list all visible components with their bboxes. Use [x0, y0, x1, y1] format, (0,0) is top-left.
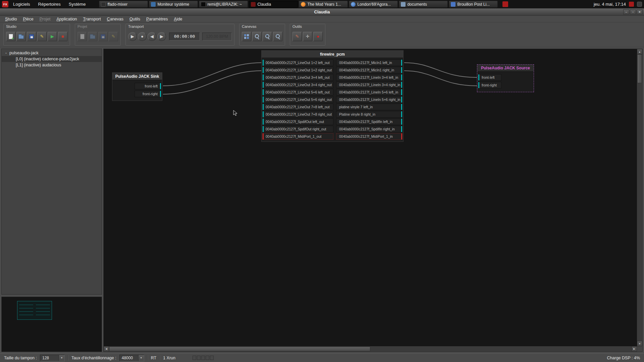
port-audio-in[interactable]: 0040ab0000c2127f_LineIn 5+6 left_in — [336, 89, 402, 96]
port-audio-out[interactable]: 0040ab0000c2127f_LineOut 7+8 right_out — [262, 111, 333, 118]
port-audio-in[interactable]: platine vinyle 7 left_in — [336, 104, 402, 110]
minimize-button[interactable]: – — [623, 9, 629, 14]
menu-repertoires[interactable]: Répertoires — [35, 0, 64, 8]
transport-backwards-button[interactable]: ◀ — [148, 32, 156, 41]
task-ffado-mixer[interactable]: ffado-mixer — [99, 1, 148, 8]
edit-project-icon: ✎ — [112, 34, 115, 39]
port-audio-in[interactable]: 0040ab0000c2127f_SpdifIn left_in — [336, 118, 402, 125]
canvas-zoom-fit-button[interactable] — [252, 32, 262, 41]
menu-application[interactable]: Application — [53, 16, 80, 22]
patchbay-canvas[interactable]: PulseAudio JACK Sink front-left front-ri… — [104, 49, 637, 346]
sample-rate-combo[interactable]: 48000 ▼ — [119, 355, 144, 361]
tools-configure-button[interactable]: ✎ — [292, 32, 302, 41]
distro-menu-icon[interactable]: FX — [2, 1, 8, 7]
task-brouillon[interactable]: Brouillon Post Li... — [449, 1, 498, 8]
stop-studio-icon: ■ — [61, 34, 64, 39]
tray-app-icon[interactable] — [502, 1, 508, 7]
port-source-front-right[interactable]: front-right — [478, 82, 501, 88]
menu-studio[interactable]: Studio — [2, 16, 20, 22]
project-new-button — [77, 32, 87, 41]
vertical-scroll-thumb[interactable] — [637, 54, 642, 83]
menu-parametres[interactable]: Paramètres — [143, 16, 171, 22]
tree-item-audacious[interactable]: [L1] (inactive) audacious — [2, 62, 102, 68]
studio-start-button[interactable]: ▶ — [48, 32, 57, 41]
task-claudia[interactable]: Claudia — [249, 1, 298, 8]
vertical-scrollbar[interactable]: ▲ ▼ — [637, 49, 642, 346]
port-sink-front-right[interactable]: front-right — [135, 90, 161, 97]
port-audio-in[interactable]: 0040ab0000c2127f_MicIn1 left_in — [336, 59, 402, 66]
port-source-front-left[interactable]: front-left — [478, 74, 501, 81]
port-audio-in[interactable]: Platine vinyle 8 right_in — [336, 111, 402, 118]
port-audio-in[interactable]: 0040ab0000c2127f_LineIn 3+4 left_in — [336, 74, 402, 81]
scroll-left-button[interactable]: ◀ — [104, 346, 109, 352]
tree-expander-icon[interactable]: - — [4, 50, 8, 56]
port-audio-out[interactable]: 0040ab0000c2127f_LineOut 7+8 left_out — [262, 104, 333, 110]
tools-render-button[interactable]: ● — [313, 32, 323, 41]
menu-aide[interactable]: Aide — [171, 16, 185, 22]
port-audio-out[interactable]: 0040ab0000c2127f_SpdifOut right_out — [262, 126, 333, 132]
task-system-monitor[interactable]: Moniteur système — [149, 1, 198, 8]
tree-root-pulseaudio-jack[interactable]: - pulseaudio-jack — [2, 50, 102, 56]
box-sink-title[interactable]: PulseAudio JACK Sink — [112, 73, 162, 80]
port-audio-in[interactable]: 0040ab0000c2127f_LineIn 3+4 right_in — [336, 81, 402, 88]
transport-forwards-button[interactable]: ▶ — [157, 32, 166, 41]
port-audio-out[interactable]: 0040ab0000c2127f_LineOut 5+6 right_out — [262, 96, 333, 103]
tray-record-icon[interactable] — [629, 2, 634, 7]
port-audio-in[interactable]: 0040ab0000c2127f_LineIn 5+6 right_in — [336, 96, 402, 103]
new-project-icon — [80, 34, 85, 39]
menu-outils[interactable]: Outils — [126, 16, 143, 22]
close-button[interactable]: ✕ — [637, 9, 643, 14]
studio-new-button[interactable] — [6, 32, 15, 41]
canvas-zoom-out-button[interactable]: − — [273, 32, 282, 41]
box-pulseaudio-jack-source[interactable]: PulseAudio JACK Source front-left front-… — [477, 64, 534, 92]
studio-edit-button[interactable]: ✎ — [37, 32, 47, 41]
task-documents[interactable]: documents — [399, 1, 448, 8]
window-titlebar[interactable]: Claudia – ▫ ✕ — [0, 8, 644, 16]
studio-stop-button[interactable]: ■ — [58, 32, 67, 41]
box-pulseaudio-jack-sink[interactable]: PulseAudio JACK Sink front-left front-ri… — [112, 72, 162, 101]
port-audio-out[interactable]: 0040ab0000c2127f_LineOut 3+4 right_out — [262, 81, 333, 88]
box-firewire-title[interactable]: firewire_pcm — [262, 51, 403, 58]
port-audio-out[interactable]: 0040ab0000c2127f_LineOut 3+4 left_out — [262, 74, 333, 81]
tray-misc-icon[interactable] — [637, 2, 642, 7]
scroll-right-button[interactable]: ▶ — [632, 346, 637, 352]
maximize-button[interactable]: ▫ — [630, 9, 636, 14]
transport-play-button[interactable]: ▶ — [128, 32, 137, 41]
port-audio-out[interactable]: 0040ab0000c2127f_LineOut 1+2 left_out — [262, 59, 333, 66]
canvas-zoom-in-button[interactable]: + — [263, 32, 272, 41]
menu-piece[interactable]: Pièce — [20, 16, 36, 22]
task-firefox-1[interactable]: The Mod Years 1... — [299, 1, 348, 8]
task-terminal[interactable]: remi@LIBRAZIK: ~ — [199, 1, 248, 8]
tree-item-cadence-pulse2jack[interactable]: [L0] (inactive) cadence-pulse2jack — [2, 56, 102, 62]
main-content: - pulseaudio-jack [L0] (inactive) cadenc… — [0, 47, 644, 353]
tools-wrench-button[interactable]: ✛ — [303, 32, 312, 41]
buffer-size-combo[interactable]: 128 ▼ — [40, 355, 65, 361]
port-midi-out[interactable]: 0040ab0000c2127f_MidiPort_1_out — [262, 133, 333, 140]
canvas-arrange-button[interactable] — [242, 32, 251, 41]
studio-open-button[interactable] — [16, 32, 26, 41]
scroll-down-button[interactable]: ▼ — [637, 341, 642, 346]
port-midi-in[interactable]: 0040ab0000c2127f_MidiPort_1_in — [336, 133, 402, 140]
menu-systeme[interactable]: Système — [65, 0, 89, 8]
menu-canevas[interactable]: Canevas — [104, 16, 126, 22]
port-audio-out[interactable]: 0040ab0000c2127f_LineOut 1+2 right_out — [262, 67, 333, 73]
port-audio-in[interactable]: 0040ab0000c2127f_SpdifIn right_in — [336, 126, 402, 132]
port-audio-out[interactable]: 0040ab0000c2127f_SpdifOut left_out — [262, 118, 333, 125]
horizontal-scroll-thumb[interactable] — [109, 347, 370, 351]
horizontal-scrollbar[interactable]: ◀ ▶ — [104, 346, 637, 352]
chevron-down-icon[interactable]: ▼ — [138, 355, 144, 361]
port-audio-out[interactable]: 0040ab0000c2127f_LineOut 5+6 left_out — [262, 89, 333, 96]
port-sink-front-left[interactable]: front-left — [135, 83, 161, 89]
box-source-title[interactable]: PulseAudio JACK Source — [477, 65, 534, 72]
transport-stop-button[interactable]: ● — [138, 32, 147, 41]
port-audio-in[interactable]: 0040ab0000c2127f_MicIn1 right_in — [336, 67, 402, 73]
canvas-navigator[interactable] — [1, 297, 102, 352]
box-firewire-pcm[interactable]: firewire_pcm 0040ab0000c2127f_LineOut 1+… — [261, 50, 404, 142]
scroll-up-button[interactable]: ▲ — [637, 49, 642, 54]
menu-transport[interactable]: Transport — [80, 16, 104, 22]
menu-logiciels[interactable]: Logiciels — [10, 0, 34, 8]
studio-save-button[interactable] — [27, 32, 36, 41]
task-firefox-2[interactable]: London'69'Agora... — [349, 1, 398, 8]
transport-forwards-icon: ▶ — [160, 34, 163, 39]
chevron-down-icon[interactable]: ▼ — [59, 355, 64, 361]
